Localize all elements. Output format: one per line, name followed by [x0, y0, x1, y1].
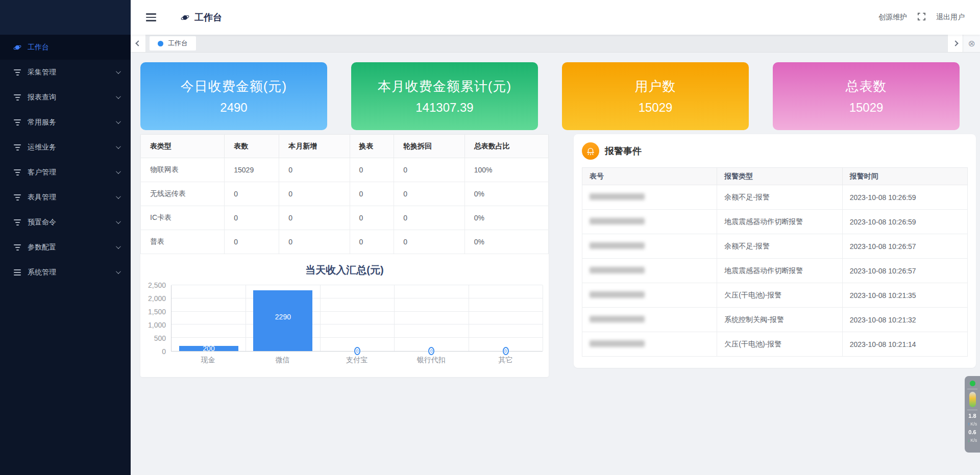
- filter-icon: [13, 69, 21, 76]
- x-tick-label: 其它: [468, 356, 543, 365]
- alarm-row: 欠压(干电池)-报警2023-10-08 10:21:35: [582, 283, 968, 308]
- table-cell: 0: [225, 182, 279, 206]
- sidebar-item-label: 报表查询: [28, 93, 116, 102]
- table-cell: 0: [394, 230, 464, 254]
- stat-cards-row: 今日收费金额(元)2490本月收费金额累计(元)141307.39用户数1502…: [140, 62, 976, 130]
- gridline: [246, 285, 246, 351]
- alarm-row: 系统控制关阀-报警2023-10-08 10:21:32: [582, 308, 968, 332]
- sidebar-item-7[interactable]: 预置命令: [0, 210, 131, 235]
- tabs-scroll-left-button[interactable]: [131, 35, 146, 52]
- alarm-type-cell: 余额不足-报警: [717, 185, 842, 210]
- alarm-bell-icon: [582, 142, 599, 160]
- masked-meter-number: [590, 267, 645, 273]
- main-area: 工作台 创源维护 退出用户 工作台 ⊗ 今日收费金额(元)2490本月收费金额累…: [131, 0, 980, 377]
- net-speed-widget[interactable]: 1.8 ↑K/s 0.6 ↓K/s: [965, 376, 980, 453]
- menu-icon: [13, 269, 21, 276]
- filter-icon: [13, 119, 21, 126]
- fullscreen-icon[interactable]: [917, 12, 926, 22]
- stat-card-2: 用户数15029: [562, 62, 749, 130]
- filter-icon: [13, 194, 21, 201]
- meter-no-cell: [582, 210, 717, 234]
- arrow-down-icon: ↓: [968, 438, 970, 443]
- sidebar-item-6[interactable]: 表具管理: [0, 185, 131, 210]
- meter-no-cell: [582, 308, 717, 332]
- alarm-type-cell: 欠压(干电池)-报警: [717, 283, 842, 308]
- sidebar-item-9[interactable]: 系统管理: [0, 260, 131, 285]
- gauge-capsule-icon: [969, 392, 976, 407]
- gridline: [172, 324, 543, 324]
- table-cell: 0: [394, 182, 464, 206]
- sidebar-item-1[interactable]: 采集管理: [0, 60, 131, 85]
- table-cell: 0%: [464, 230, 548, 254]
- meter-no-cell: [582, 259, 717, 283]
- meter-no-cell: [582, 234, 717, 259]
- table-cell: 0: [350, 158, 394, 182]
- sidebar-item-label: 参数配置: [28, 243, 116, 252]
- sidebar-item-label: 常用服务: [28, 118, 116, 127]
- column-header: 表类型: [141, 135, 225, 158]
- sidebar-item-3[interactable]: 常用服务: [0, 110, 131, 135]
- sidebar-item-label: 预置命令: [28, 218, 116, 227]
- logout-button[interactable]: 退出用户: [936, 13, 965, 22]
- user-menu[interactable]: 创源维护: [878, 13, 907, 22]
- sidebar-item-label: 系统管理: [28, 268, 116, 277]
- x-tick-label: 现金: [171, 356, 246, 365]
- bar-value-label: 200: [179, 344, 238, 353]
- sidebar-item-label: 客户管理: [28, 168, 116, 177]
- y-tick-label: 1,500: [148, 308, 166, 316]
- masked-meter-number: [590, 340, 645, 347]
- alarm-table: 表号报警类型报警时间 余额不足-报警2023-10-08 10:26:59地震震…: [582, 167, 968, 357]
- y-tick-label: 500: [154, 334, 166, 342]
- hamburger-icon[interactable]: [146, 13, 156, 21]
- chevron-down-icon: [116, 244, 121, 249]
- sidebar-item-4[interactable]: 运维业务: [0, 135, 131, 160]
- arrow-up-icon: ↑: [968, 421, 970, 427]
- column-header: 表数: [225, 135, 279, 158]
- alarm-time-cell: 2023-10-08 10:21:32: [842, 308, 967, 332]
- meter-table-header-row: 表类型表数本月新增换表轮换拆回总表数占比: [141, 135, 549, 158]
- y-tick-label: 0: [162, 347, 166, 356]
- sidebar-item-2[interactable]: 报表查询: [0, 85, 131, 110]
- table-cell: 0: [225, 206, 279, 230]
- stat-card-value: 141307.39: [415, 101, 473, 115]
- table-row: 普表00000%: [141, 230, 549, 254]
- close-tabs-button[interactable]: ⊗: [963, 35, 980, 52]
- stat-card-label: 本月收费金额累计(元): [378, 78, 511, 95]
- alarm-row: 地震震感器动作切断报警2023-10-08 10:26:59: [582, 210, 968, 234]
- chevron-down-icon: [116, 219, 121, 224]
- alarm-table-header-row: 表号报警类型报警时间: [582, 168, 968, 185]
- sidebar-item-0[interactable]: 工作台: [0, 35, 131, 60]
- alarm-row: 地震震感器动作切断报警2023-10-08 10:26:57: [582, 259, 968, 283]
- alarm-table-body: 余额不足-报警2023-10-08 10:26:59地震震感器动作切断报警202…: [582, 185, 968, 357]
- table-cell: 0: [394, 158, 464, 182]
- chevron-down-icon: [116, 119, 121, 124]
- masked-meter-number: [590, 291, 645, 298]
- tab-strip: 工作台: [146, 35, 947, 52]
- chevron-left-icon: [135, 40, 141, 46]
- table-cell: 15029: [225, 158, 279, 182]
- table-cell: 普表: [141, 230, 225, 254]
- sidebar-item-5[interactable]: 客户管理: [0, 160, 131, 185]
- sidebar-item-8[interactable]: 参数配置: [0, 235, 131, 260]
- zero-value-marker: 0: [503, 347, 509, 355]
- alarm-row: 余额不足-报警2023-10-08 10:26:59: [582, 185, 968, 210]
- x-tick-label: 支付宝: [320, 356, 394, 365]
- alarm-time-cell: 2023-10-08 10:26:57: [842, 234, 967, 259]
- gridline: [469, 285, 469, 351]
- sidebar-item-label: 运维业务: [28, 143, 116, 152]
- chevron-down-icon: [116, 69, 121, 74]
- chevron-right-icon: [952, 40, 958, 46]
- tabbar: 工作台 ⊗: [131, 35, 980, 53]
- table-row: 无线远传表00000%: [141, 182, 549, 206]
- tabs-scroll-right-button[interactable]: [947, 35, 963, 52]
- sidebar-item-label: 工作台: [28, 43, 119, 52]
- filter-icon: [13, 169, 21, 176]
- meter-no-cell: [582, 283, 717, 308]
- table-cell: 100%: [464, 158, 548, 182]
- table-cell: 0: [279, 206, 350, 230]
- alarm-time-cell: 2023-10-08 10:21:35: [842, 283, 967, 308]
- bar-现金: 200: [179, 346, 238, 351]
- column-header: 总表数占比: [464, 135, 548, 158]
- chevron-down-icon: [116, 144, 121, 149]
- tab-workbench[interactable]: 工作台: [150, 36, 196, 51]
